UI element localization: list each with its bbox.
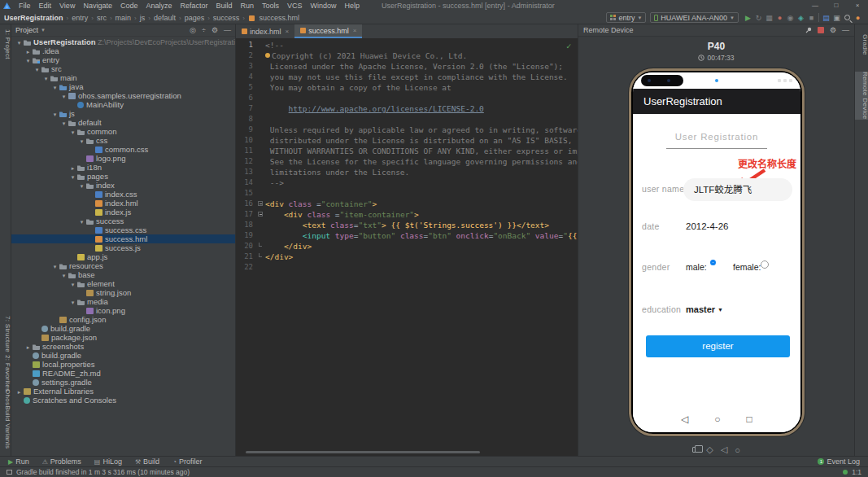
tree-item-local.properties[interactable]: local.properties [11, 360, 235, 369]
toolwindow-run[interactable]: ▶Run [8, 457, 29, 466]
tree-expand-arrow[interactable]: ▾ [24, 56, 32, 65]
tool-strip-remote-device[interactable]: Remote Device [855, 72, 868, 120]
menu-tools[interactable]: Tools [258, 2, 283, 10]
pin-icon[interactable] [805, 27, 812, 33]
date-value[interactable]: 2012-4-26 [686, 221, 728, 231]
tree-item-js[interactable]: ▾js [11, 109, 235, 118]
code-line-4[interactable]: 4 you may not use this file except in co… [236, 72, 578, 82]
tool-strip--project[interactable]: 1: Project [0, 29, 11, 59]
tree-expand-arrow[interactable]: ▾ [60, 92, 68, 101]
tree-expand-arrow[interactable]: ▾ [33, 65, 41, 74]
tree-item-java[interactable]: ▾java [11, 82, 235, 91]
menu-navigate[interactable]: Navigate [79, 2, 116, 10]
settings-icon[interactable]: ⚙ [212, 26, 218, 34]
code-line-18[interactable]: 18 <text class="txt"> {{ $t('Strings.suc… [236, 220, 578, 230]
code-line-9[interactable]: 9 Unless required by applicable law or a… [236, 125, 578, 135]
menu-window[interactable]: Window [307, 2, 341, 10]
tree-expand-arrow[interactable]: ▾ [51, 262, 59, 271]
recents-icon[interactable]: □ [747, 414, 752, 425]
tree-item-settings.gradle[interactable]: settings.gradle [11, 378, 235, 387]
code-line-3[interactable]: 3 Licensed under the Apache License, Ver… [236, 61, 578, 72]
toolwindow-build[interactable]: ⚒Build [135, 457, 159, 466]
tree-expand-arrow[interactable]: ▾ [51, 110, 59, 119]
tree-item-mainability[interactable]: MainAbility [11, 100, 235, 109]
breadcrumb-item-success.hml[interactable]: success.hml [247, 14, 300, 22]
tree-item-readme_zh.md[interactable]: README_zh.md [11, 369, 235, 378]
stop-icon[interactable]: ■ [806, 14, 817, 22]
tree-expand-arrow[interactable]: ▾ [60, 119, 68, 128]
settings-icon[interactable]: ⚙ [830, 26, 836, 34]
code-line-13[interactable]: 13 limitations under the License. [236, 167, 578, 177]
breadcrumb-item-main[interactable]: main [115, 14, 133, 22]
tree-item-main[interactable]: ▾main [11, 73, 235, 82]
tool-strip-gradle[interactable]: Gradle [855, 34, 868, 55]
tree-item-screenshots[interactable]: ▸screenshots [11, 342, 235, 351]
tree-item-index[interactable]: ▾index [11, 181, 235, 190]
debug-icon[interactable]: ● [774, 14, 785, 22]
code-line-20[interactable]: 20 </div> [236, 241, 578, 252]
code-line-21[interactable]: 21</div> [236, 252, 578, 262]
tree-item-scratches and consoles[interactable]: Scratches and Consoles [11, 396, 235, 405]
male-radio[interactable] [710, 260, 716, 265]
tree-item-css[interactable]: ▾css [11, 136, 235, 145]
caret-position[interactable]: 1:1 [852, 468, 861, 476]
menu-run[interactable]: Run [237, 2, 259, 10]
tree-expand-arrow[interactable]: ▾ [69, 280, 76, 289]
tree-item-package.json[interactable]: package.json [11, 333, 235, 342]
close-icon[interactable]: × [286, 28, 290, 35]
tree-item-index.css[interactable]: index.css [11, 190, 235, 199]
education-dropdown[interactable]: master▼ [686, 304, 723, 314]
sync-icon[interactable]: ↻ [753, 14, 764, 22]
code-line-19[interactable]: 19 <input type="button" class="btn" oncl… [236, 230, 578, 241]
tree-expand-arrow[interactable]: ▾ [78, 217, 85, 226]
breadcrumb-item-default[interactable]: default [153, 14, 177, 22]
editor-tab-index.hml[interactable]: index.hml× [236, 24, 294, 38]
code-line-6[interactable]: 6 [236, 93, 578, 103]
breadcrumb-item-js[interactable]: js [139, 14, 146, 22]
tree-item-success.js[interactable]: success.js [11, 243, 235, 252]
code-line-1[interactable]: 1<!-- [236, 40, 578, 50]
stop-icon[interactable] [818, 27, 824, 33]
tree-expand-arrow[interactable]: ▾ [78, 137, 85, 146]
tree-item-element[interactable]: ▾element [11, 279, 235, 288]
toolwindow-profiler[interactable]: ◔Profiler [172, 457, 202, 466]
attach-icon[interactable]: ◉ [785, 14, 796, 22]
toolwindow-problems[interactable]: ⚠Problems [42, 457, 81, 466]
device-selector[interactable]: HUAWEI ANA-AN00 ▼ [650, 12, 739, 23]
notifications-icon[interactable]: ● [853, 14, 863, 22]
username-input[interactable]: JLTF蛟龙腾飞 [683, 178, 792, 201]
tree-expand-arrow[interactable]: ▾ [69, 128, 76, 137]
locate-icon[interactable]: ◎ [190, 26, 196, 34]
breadcrumb-item-src[interactable]: src [96, 14, 107, 22]
tree-expand-arrow[interactable]: ▾ [15, 38, 23, 47]
tree-item-base[interactable]: ▾base [11, 270, 235, 279]
close-button[interactable]: × [847, 0, 868, 11]
menu-refactor[interactable]: Refactor [176, 2, 212, 10]
menu-view[interactable]: View [55, 2, 79, 10]
breadcrumb-item-userregistration[interactable]: UserRegistration [3, 14, 64, 22]
tree-item-userregistration[interactable]: ▾UserRegistration Z:\Projects\DevEcoProj… [11, 37, 235, 46]
editor-horizontal-scrollbar[interactable] [246, 451, 480, 453]
code-line-16[interactable]: 16<div class ="container"> [236, 199, 578, 209]
test-icon[interactable]: ◈ [796, 14, 806, 22]
event-log-button[interactable]: 1 Event Log [818, 457, 860, 466]
tool-strip--structure[interactable]: 7: Structure [0, 316, 11, 352]
editor-tab-success.hml[interactable]: success.hml× [294, 24, 362, 38]
menu-build[interactable]: Build [212, 2, 236, 10]
tree-item-media[interactable]: ▾media [11, 297, 235, 306]
code-line-5[interactable]: 5 You may obtain a copy of the License a… [236, 82, 578, 93]
toolwindow-toggle-icon[interactable] [7, 470, 12, 475]
tree-item-index.js[interactable]: index.js [11, 208, 235, 217]
device-manager-icon[interactable]: ▤ [821, 14, 831, 22]
code-line-7[interactable]: 7 http://www.apache.org/licenses/LICENSE… [236, 103, 578, 114]
code-line-17[interactable]: 17 <div class ="item-container"> [236, 209, 578, 220]
tree-item-pages[interactable]: ▾pages [11, 172, 235, 181]
breadcrumb-item-entry[interactable]: entry [71, 14, 89, 22]
tree-item-external libraries[interactable]: ▸External Libraries [11, 387, 235, 396]
female-radio[interactable] [761, 260, 769, 269]
tree-item-ohos.samples.userregistration[interactable]: ▾ohos.samples.userregistration [11, 91, 235, 100]
menu-file[interactable]: File [15, 2, 35, 10]
code-line-10[interactable]: 10 distributed under the License is dist… [236, 135, 578, 146]
tree-item-build.gradle[interactable]: build.gradle [11, 324, 235, 333]
screenshot-icon[interactable] [692, 447, 699, 453]
